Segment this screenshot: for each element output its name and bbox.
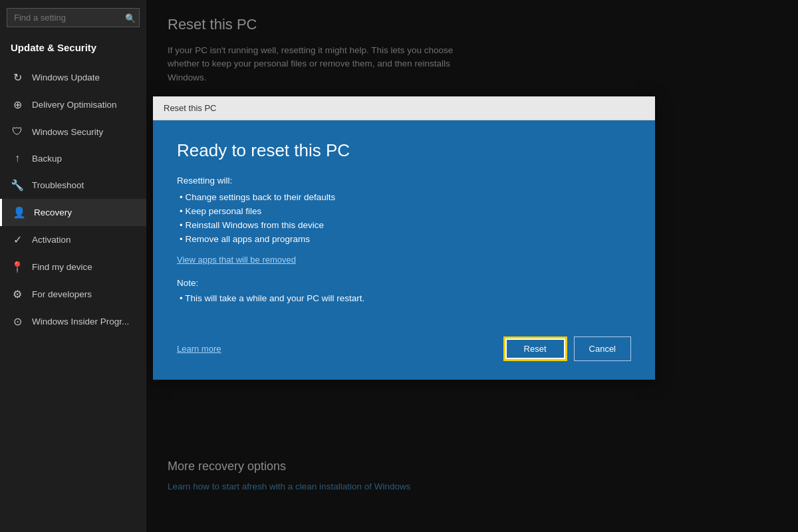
shield-icon: 🛡 [11,126,24,138]
resetting-bullets: Change settings back to their defaults K… [177,192,631,244]
sidebar-item-label: Windows Update [32,72,100,82]
learn-more-link[interactable]: Learn more [177,344,221,354]
sidebar-item-troubleshoot[interactable]: 🔧 Troubleshoot [0,172,146,199]
cancel-button[interactable]: Cancel [574,336,631,361]
sidebar-item-label: Windows Security [32,127,103,137]
developers-icon: ⚙ [11,288,24,301]
sidebar-title: Update & Security [0,35,146,64]
reset-button[interactable]: Reset [503,336,567,361]
bullet-1: Change settings back to their defaults [177,192,631,202]
find-device-icon: 📍 [11,261,24,273]
sidebar-item-for-developers[interactable]: ⚙ For developers [0,281,146,308]
bullet-3: Reinstall Windows from this device [177,220,631,230]
dialog-title: Ready to reset this PC [177,140,631,161]
search-input[interactable] [7,8,140,27]
reset-pc-dialog: Reset this PC Ready to reset this PC Res… [153,96,655,380]
search-box[interactable]: 🔍 [7,8,140,27]
windows-update-icon: ↻ [11,71,24,84]
backup-icon: ↑ [11,152,24,164]
sidebar-item-label: Delivery Optimisation [32,100,117,110]
sidebar-item-backup[interactable]: ↑ Backup [0,145,146,172]
sidebar-item-label: Recovery [34,207,72,217]
sidebar-item-windows-security[interactable]: 🛡 Windows Security [0,118,146,145]
sidebar-item-delivery-optimisation[interactable]: ⊕ Delivery Optimisation [0,91,146,118]
recovery-icon: 👤 [13,206,26,219]
sidebar-item-windows-update[interactable]: ↻ Windows Update [0,64,146,91]
sidebar-item-recovery[interactable]: 👤 Recovery [0,199,146,226]
sidebar-item-activation[interactable]: ✓ Activation [0,226,146,253]
note-label: Note: [177,278,631,288]
search-icon: 🔍 [125,13,136,23]
note-bullets: This will take a while and your PC will … [177,293,631,303]
modal-header: Reset this PC [153,96,655,120]
modal-body: Ready to reset this PC Resetting will: C… [153,120,655,380]
insider-icon: ⊙ [11,315,24,328]
view-apps-link[interactable]: View apps that will be removed [177,255,631,265]
activation-icon: ✓ [11,233,24,246]
sidebar-item-label: Troubleshoot [32,180,84,190]
bullet-2: Keep personal files [177,206,631,216]
sidebar-item-label: Backup [32,154,62,164]
sidebar-item-label: Activation [32,235,71,245]
modal-overlay: Reset this PC Ready to reset this PC Res… [146,0,798,532]
modal-header-title: Reset this PC [164,103,216,113]
sidebar-item-windows-insider[interactable]: ⊙ Windows Insider Progr... [0,308,146,335]
modal-footer: Learn more Reset Cancel [177,330,631,361]
modal-buttons: Reset Cancel [503,336,631,361]
bullet-4: Remove all apps and programs [177,234,631,244]
delivery-icon: ⊕ [11,98,24,111]
sidebar-item-label: For developers [32,289,92,299]
resetting-will-label: Resetting will: [177,176,631,186]
sidebar-item-find-my-device[interactable]: 📍 Find my device [0,253,146,281]
main-content: Reset this PC If your PC isn't running w… [146,0,798,532]
troubleshoot-icon: 🔧 [11,179,24,192]
sidebar: 🔍 Update & Security ↻ Windows Update ⊕ D… [0,0,146,532]
note-bullet-1: This will take a while and your PC will … [177,293,631,303]
sidebar-item-label: Windows Insider Progr... [32,317,129,327]
sidebar-item-label: Find my device [32,262,92,272]
